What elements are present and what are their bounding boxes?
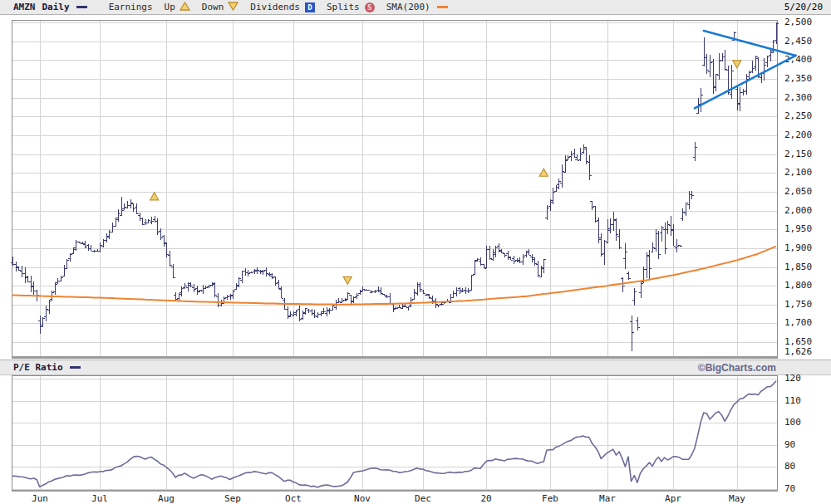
earnings_up-marker [539, 169, 548, 176]
earnings_up-marker [150, 193, 159, 200]
upper-trendline [704, 31, 796, 56]
bigcharts-page: { "header": { "symbol": "AMZN", "period"… [0, 0, 831, 504]
earnings_down-marker [343, 276, 352, 284]
gridlines [12, 21, 777, 490]
sma200-line [12, 247, 776, 305]
chart-canvas [0, 0, 831, 504]
earnings_down-marker [733, 61, 741, 68]
pe-ratio-line [12, 381, 776, 487]
ohlc-bars [11, 22, 779, 351]
